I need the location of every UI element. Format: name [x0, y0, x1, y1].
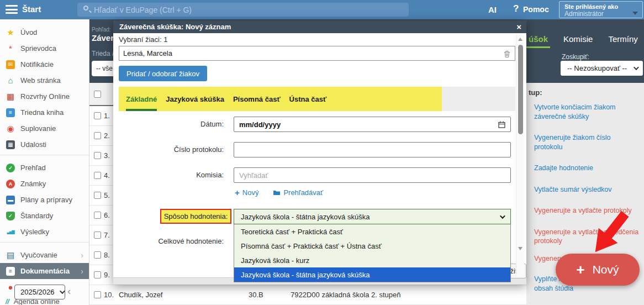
select-all-checkbox[interactable] [94, 91, 101, 98]
sidebar-item[interactable]: A Známky [0, 176, 89, 192]
school-year-select[interactable]: 2025/2026 [14, 285, 65, 299]
protocol-number-label: Číslo protokolu: [113, 142, 228, 157]
step-link[interactable]: Vytlačte sumár výsledkov [534, 185, 642, 194]
modal-tab[interactable]: Základné [126, 87, 157, 111]
header-tab[interactable]: úšok [529, 34, 548, 48]
account-menu[interactable]: Ste prihlásený ako Administrátor [559, 1, 643, 18]
grading-method-select[interactable]: Jazyková škola - štátna jazyková skúška [234, 209, 511, 224]
scroll-down-icon[interactable] [518, 247, 522, 250]
step-link[interactable]: Vytvorte končiacim žiakom záverečné skúš… [534, 103, 642, 121]
trash-icon[interactable] [504, 50, 510, 58]
sidebar-item[interactable]: ▤ Vyučovanie › [0, 247, 89, 263]
scrollbar-thumb[interactable] [518, 45, 523, 134]
sidebar-item[interactable]: ▦ Udalosti [0, 136, 89, 152]
row-number: 3. [104, 151, 110, 160]
commission-input[interactable] [234, 167, 511, 183]
sidebar-item[interactable]: ≡ Triedna kniha [0, 104, 89, 120]
chevron-down-icon [634, 65, 639, 70]
row-checkbox[interactable] [94, 152, 101, 159]
sidebar-item-icon: ✓ [6, 164, 15, 172]
search-input[interactable] [94, 3, 403, 17]
steps-heading-fragment: tup: [529, 88, 542, 97]
table-row[interactable]: 10. Chudík, Jozef 30.B 7922D00 základná … [89, 285, 526, 305]
sidebar-item-icon: A [6, 180, 15, 188]
close-icon[interactable]: × [516, 20, 521, 33]
modal-scrollbar[interactable] [516, 34, 524, 277]
dropdown-option[interactable]: Teoretická časť + Praktická časť [234, 224, 510, 239]
header-tab[interactable]: Termíny [608, 34, 637, 48]
header-tab[interactable]: Komisie [563, 34, 593, 48]
ai-button[interactable]: AI [488, 5, 497, 14]
question-mark-icon[interactable]: ? [513, 3, 519, 14]
browse-commissions-link[interactable]: Prehľadávať [273, 188, 323, 197]
sidebar-item-icon: ≡ [6, 108, 15, 117]
step-link[interactable]: Vygenerujte a vytlačte protokoly [534, 206, 642, 215]
row-checkbox[interactable] [94, 232, 101, 239]
school-year-value: 2025/2026 [20, 288, 54, 296]
step-link[interactable]: Vygenerujte a vytlačte osvedčenia protok… [534, 228, 642, 246]
sidebar-item-icon: ≡ [6, 267, 15, 276]
sidebar-item[interactable]: ◉ Suplovanie [0, 120, 89, 136]
student-class: 30.B [249, 291, 263, 299]
sidebar-item[interactable]: ≡ Dokumentácia › [0, 263, 89, 279]
protocol-number-input[interactable] [234, 142, 511, 157]
sidebar-item[interactable]: ★ Úvod [0, 24, 89, 40]
modal-tab[interactable]: Písomná časť [233, 87, 281, 111]
row-checkbox[interactable] [94, 132, 101, 139]
sidebar-item-icon: ✉ [6, 60, 15, 69]
new-commission-link[interactable]: Nový [235, 188, 258, 197]
sidebar-item[interactable] [0, 242, 89, 247]
view-label: Pohľad: [92, 27, 111, 33]
top-bar: Štart AI ? Pomoc Ste prihlásený ako Admi… [0, 0, 644, 19]
date-value: mm/dd/yyyy [239, 120, 281, 129]
modal-tab[interactable]: Ústna časť [289, 87, 327, 111]
plus-icon [235, 188, 240, 197]
chevron-down-icon [60, 288, 65, 294]
dropdown-option[interactable]: Jazyková škola - štátna jazyková skúška [234, 267, 510, 282]
modal-titlebar[interactable]: Záverečná skúška: Nový záznam × [113, 20, 526, 33]
sidebar-item[interactable]: ✉ Notifikácie [0, 56, 89, 72]
sidebar-nav: ★ Úvod * Sprievodca ✉ Notifikácie [0, 19, 89, 305]
new-record-button[interactable]: Nový [556, 254, 640, 286]
sidebar-item-icon: ▦ [6, 92, 15, 101]
row-checkbox[interactable] [94, 251, 101, 259]
start-menu[interactable]: Štart [22, 4, 41, 14]
add-remove-students-button[interactable]: Pridať / odobrať žiakov [119, 66, 207, 81]
new-button-label: Nový [593, 263, 619, 276]
sidebar-item[interactable]: ▬ Plány a prípravy [0, 192, 89, 208]
sidebar-item-label: Triedna kniha [20, 108, 64, 117]
sidebar-item[interactable]: ▃▅▇ Výsledky [0, 224, 89, 240]
sidebar-collapse-icon[interactable]: ‹ [67, 285, 71, 297]
sidebar-item[interactable]: ⌂ Web stránka [0, 72, 89, 88]
grading-method-label: Spôsob hodnotenia: [160, 209, 231, 224]
sidebar-item[interactable]: * Sprievodca [0, 40, 89, 56]
calendar-icon[interactable] [498, 121, 505, 128]
row-checkbox[interactable] [94, 112, 101, 119]
row-checkbox[interactable] [94, 172, 101, 179]
row-checkbox[interactable] [94, 212, 101, 219]
group-by-value: -- Nezoskupovať -- [567, 64, 627, 72]
sidebar-item-icon: * [6, 44, 15, 53]
hamburger-menu-icon[interactable] [6, 5, 18, 14]
row-checkbox[interactable] [94, 291, 101, 298]
modal-tab[interactable]: Jazyková skúška [166, 87, 224, 111]
step-link[interactable]: Zadajte hodnotenie [534, 164, 642, 173]
chevron-down-icon [500, 213, 505, 219]
sidebar-item[interactable]: ✓ Prehľad [0, 160, 89, 176]
sidebar-item[interactable]: ✓ Štandardy [0, 208, 89, 224]
step-link[interactable]: Vygenerujte žiakom číslo protokolu [534, 133, 642, 151]
student-field[interactable]: Lesná, Marcela [119, 46, 515, 61]
dropdown-option[interactable]: Jazyková škola - kurz [234, 253, 510, 267]
scroll-up-icon[interactable] [518, 38, 522, 41]
row-checkbox[interactable] [94, 271, 101, 278]
sidebar-item[interactable]: ▦ Rozvrhy Online [0, 88, 89, 104]
sidebar-item[interactable] [0, 155, 89, 160]
dropdown-option[interactable]: Písomná časť + Praktická časť + Ústna ča… [234, 239, 510, 253]
row-checkbox[interactable] [94, 192, 101, 199]
sidebar-item-label: Notifikácie [20, 60, 54, 69]
modal-title: Záverečná skúška: Nový záznam [119, 20, 231, 33]
global-search[interactable] [77, 3, 409, 17]
help-button[interactable]: Pomoc [523, 5, 549, 14]
date-input[interactable]: mm/dd/yyyy [234, 117, 511, 132]
group-by-select[interactable]: -- Nezoskupovať -- [561, 61, 643, 76]
